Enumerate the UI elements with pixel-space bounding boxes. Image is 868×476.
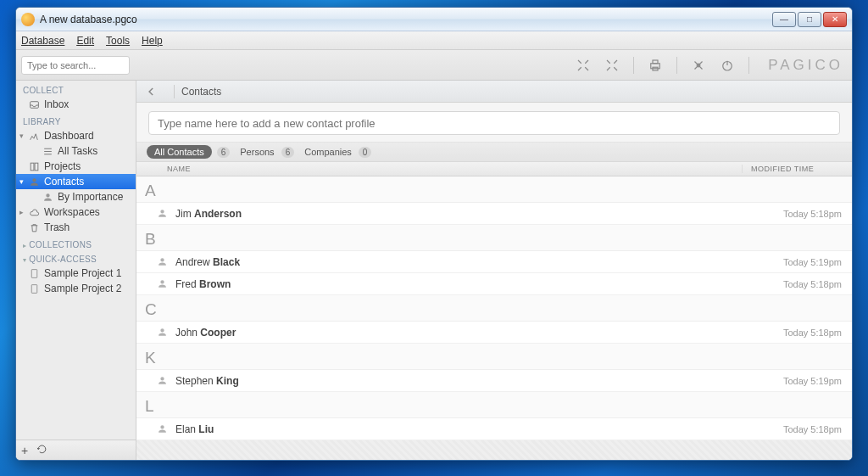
minimize-button[interactable]: — bbox=[772, 12, 796, 27]
col-modified[interactable]: MODIFIED TIME bbox=[742, 165, 852, 173]
sidebar-item-trash[interactable]: Trash bbox=[16, 220, 136, 235]
group-header: K bbox=[136, 344, 852, 370]
app-icon bbox=[21, 13, 35, 26]
sidebar-item-inbox[interactable]: Inbox bbox=[16, 97, 136, 112]
filter-all-count: 6 bbox=[217, 147, 231, 158]
window-title: A new database.pgco bbox=[40, 14, 137, 25]
sidebar-item-projects[interactable]: Projects bbox=[16, 159, 136, 174]
sidebar-item-by-importance[interactable]: By Importance bbox=[16, 189, 136, 204]
contact-row[interactable]: Elan LiuToday 5:18pm bbox=[136, 418, 852, 440]
sidebar-item-sample-project-2[interactable]: Sample Project 2 bbox=[16, 281, 136, 296]
filter-companies[interactable]: Companies bbox=[303, 147, 353, 157]
person-icon bbox=[157, 278, 169, 290]
menu-tools[interactable]: Tools bbox=[106, 35, 130, 47]
settings-icon[interactable] bbox=[690, 57, 707, 74]
sidebar-item-label: Projects bbox=[44, 160, 81, 172]
app-window: A new database.pgco — □ ✕ Database Edit … bbox=[15, 7, 853, 461]
contact-name: Jim Anderson bbox=[175, 208, 783, 220]
contact-row[interactable]: Jim AndersonToday 5:18pm bbox=[136, 203, 852, 225]
titlebar[interactable]: A new database.pgco — □ ✕ bbox=[16, 8, 852, 31]
svg-rect-8 bbox=[31, 269, 37, 277]
person-icon bbox=[157, 375, 169, 387]
tasks-icon bbox=[42, 145, 53, 157]
contact-time: Today 5:18pm bbox=[783, 209, 842, 219]
sidebar-heading[interactable]: QUICK-ACCESS bbox=[23, 255, 136, 264]
sidebar-item-sample-project-1[interactable]: Sample Project 1 bbox=[16, 266, 136, 281]
group-header: C bbox=[136, 295, 852, 322]
svg-rect-9 bbox=[31, 284, 37, 293]
breadcrumb: Contacts bbox=[136, 81, 852, 103]
close-button[interactable]: ✕ bbox=[823, 12, 847, 27]
svg-rect-1 bbox=[653, 60, 658, 64]
projects-icon bbox=[28, 160, 40, 172]
contact-row[interactable]: Fred BrownToday 5:18pm bbox=[136, 273, 852, 295]
add-contact-input[interactable] bbox=[148, 111, 840, 135]
contact-name: Fred Brown bbox=[175, 278, 783, 290]
sidebar-heading[interactable]: COLLECTIONS bbox=[23, 240, 136, 249]
dashboard-icon bbox=[28, 130, 40, 142]
contact-row[interactable]: Andrew BlackToday 5:19pm bbox=[136, 251, 852, 273]
person-sm-icon bbox=[42, 191, 53, 203]
breadcrumb-current: Contacts bbox=[181, 86, 221, 98]
doc-icon bbox=[28, 283, 40, 294]
power-icon[interactable] bbox=[719, 57, 736, 74]
svg-rect-5 bbox=[30, 101, 38, 108]
menu-database[interactable]: Database bbox=[21, 35, 64, 47]
person-icon bbox=[157, 423, 169, 435]
svg-rect-6 bbox=[31, 163, 34, 171]
collapse-icon[interactable] bbox=[604, 57, 620, 74]
filter-all[interactable]: All Contacts bbox=[147, 145, 212, 159]
group-header: A bbox=[136, 176, 852, 203]
contact-time: Today 5:18pm bbox=[783, 328, 842, 338]
sidebar-item-label: Workspaces bbox=[44, 206, 100, 218]
sidebar-item-contacts[interactable]: ▾Contacts bbox=[16, 174, 136, 189]
filter-bar: All Contacts 6 Persons 6 Companies 0 bbox=[136, 143, 852, 161]
contact-row[interactable]: John CooperToday 5:18pm bbox=[136, 322, 852, 344]
toolbar: PAGICO bbox=[16, 50, 852, 81]
cloud-icon bbox=[28, 206, 40, 218]
doc-icon bbox=[28, 267, 40, 279]
person-icon bbox=[157, 327, 169, 339]
sidebar-item-dashboard[interactable]: ▾Dashboard bbox=[16, 128, 136, 143]
print-icon[interactable] bbox=[647, 57, 664, 74]
search-input[interactable] bbox=[21, 56, 130, 75]
contact-row[interactable]: Stephen KingToday 5:19pm bbox=[136, 370, 852, 392]
contact-name: Stephen King bbox=[175, 375, 783, 387]
main-panel: Contacts All Contacts 6 Persons 6 Compan… bbox=[136, 81, 852, 460]
inbox-icon bbox=[28, 98, 40, 110]
sidebar-item-workspaces[interactable]: ▸Workspaces bbox=[16, 204, 136, 220]
sidebar-item-label: All Tasks bbox=[58, 145, 97, 157]
filter-persons[interactable]: Persons bbox=[238, 147, 275, 157]
filter-persons-count: 6 bbox=[281, 147, 295, 158]
person-icon bbox=[157, 256, 169, 268]
sidebar-item-label: Contacts bbox=[44, 176, 84, 188]
sidebar-item-label: Dashboard bbox=[44, 130, 94, 142]
maximize-button[interactable]: □ bbox=[798, 12, 821, 27]
group-header: B bbox=[136, 225, 852, 251]
group-header: L bbox=[136, 392, 852, 418]
sidebar-item-label: Inbox bbox=[44, 98, 69, 110]
expand-icon[interactable] bbox=[575, 57, 592, 74]
trash-icon bbox=[28, 221, 40, 233]
contact-name: Elan Liu bbox=[175, 423, 783, 435]
back-button[interactable] bbox=[143, 84, 160, 99]
svg-rect-7 bbox=[35, 163, 38, 171]
sidebar-heading: LIBRARY bbox=[23, 117, 136, 126]
col-name[interactable]: NAME bbox=[167, 165, 742, 173]
add-button[interactable]: + bbox=[21, 444, 28, 457]
menu-edit[interactable]: Edit bbox=[76, 35, 94, 47]
menu-help[interactable]: Help bbox=[142, 35, 163, 47]
contact-list[interactable]: AJim AndersonToday 5:18pmBAndrew BlackTo… bbox=[136, 176, 852, 460]
filter-companies-count: 0 bbox=[359, 147, 372, 158]
sidebar-item-label: Sample Project 1 bbox=[44, 267, 121, 279]
sidebar-item-all-tasks[interactable]: All Tasks bbox=[16, 143, 136, 159]
menubar: Database Edit Tools Help bbox=[16, 31, 852, 50]
add-contact-row bbox=[136, 103, 852, 143]
person-icon bbox=[157, 208, 169, 220]
refresh-button[interactable] bbox=[36, 444, 47, 457]
contact-name: John Cooper bbox=[175, 327, 783, 339]
sidebar-footer: + bbox=[16, 440, 136, 460]
contact-time: Today 5:18pm bbox=[783, 279, 842, 289]
column-headers: NAME MODIFIED TIME bbox=[136, 161, 852, 176]
contact-time: Today 5:18pm bbox=[783, 424, 842, 434]
